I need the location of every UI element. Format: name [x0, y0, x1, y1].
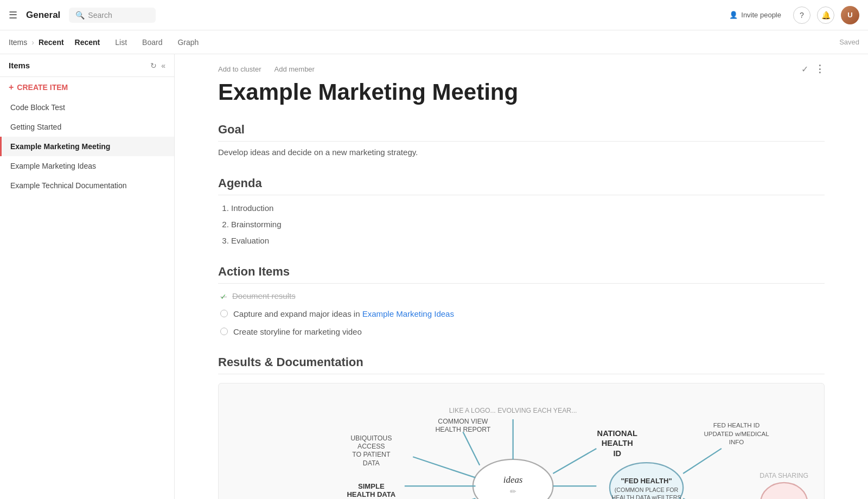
goal-heading: Goal [218, 123, 825, 142]
sidebar-item-label: Example Marketing Meeting [10, 142, 110, 151]
check-done-icon: ✓ [220, 291, 227, 303]
svg-text:UPDATED w/MEDICAL: UPDATED w/MEDICAL [704, 431, 770, 437]
tab-recent[interactable]: Recent [68, 35, 107, 50]
top-nav-left: ☰ General 🔍 Search [9, 8, 156, 23]
bell-icon: 🔔 [821, 11, 831, 20]
breadcrumb: Items › Recent Recent List Board Graph [9, 35, 205, 50]
action-items-section: Action Items ✓ Document results Capture … [218, 265, 825, 338]
content-top-right: ✓ ⋮ [801, 63, 825, 75]
svg-text:"FED HEALTH": "FED HEALTH" [621, 477, 672, 485]
svg-line-20 [553, 449, 596, 474]
svg-text:SIMPLE: SIMPLE [358, 482, 385, 490]
svg-text:HEALTH DATA: HEALTH DATA [347, 490, 395, 498]
svg-text:ideas: ideas [503, 475, 523, 485]
content-top-left: Add to cluster Add member [218, 65, 315, 73]
agenda-section: Agenda Introduction Brainstorming Evalua… [218, 176, 825, 247]
hamburger-icon[interactable]: ☰ [9, 9, 17, 21]
svg-text:HEALTH REPORT: HEALTH REPORT [435, 426, 490, 433]
top-nav-right: 👤 Invite people ? 🔔 U [724, 6, 859, 24]
goal-text: Develop ideas and decide on a new market… [218, 146, 825, 159]
help-button[interactable]: ? [793, 7, 810, 24]
svg-text:FED HEALTH ID: FED HEALTH ID [713, 423, 760, 429]
svg-line-3 [413, 457, 475, 478]
svg-text:COMMON VIEW: COMMON VIEW [438, 418, 488, 425]
search-bar[interactable]: 🔍 Search [69, 8, 156, 23]
results-heading: Results & Documentation [218, 355, 825, 374]
agenda-list: Introduction Brainstorming Evaluation [231, 202, 825, 247]
example-marketing-ideas-link[interactable]: Example Marketing Ideas [362, 309, 454, 318]
breadcrumb-separator: › [31, 38, 34, 47]
sidebar-item-example-marketing-ideas[interactable]: Example Marketing Ideas [0, 156, 174, 176]
top-nav: ☰ General 🔍 Search 👤 Invite people ? 🔔 U [0, 0, 868, 30]
svg-point-42 [761, 483, 807, 499]
tab-graph[interactable]: Graph [171, 35, 205, 50]
svg-text:NATIONAL: NATIONAL [597, 429, 637, 438]
invite-people-icon: 👤 [729, 11, 738, 19]
tab-board[interactable]: Board [136, 35, 169, 50]
invite-people-label: Invite people [741, 11, 781, 19]
content-area: Add to cluster Add member ✓ ⋮ Example Ma… [175, 54, 868, 499]
agenda-heading: Agenda [218, 176, 825, 195]
goal-section: Goal Develop ideas and decide on a new m… [218, 123, 825, 159]
breadcrumb-root[interactable]: Items [9, 38, 27, 47]
action-item-label: Create storyline for marketing video [233, 326, 362, 338]
svg-line-30 [683, 449, 722, 474]
svg-text:HEALTH DATA w/FILTERS: HEALTH DATA w/FILTERS [611, 494, 681, 499]
agenda-item-1: Introduction [231, 202, 825, 215]
sidebar: Items ↻ « + CREATE ITEM Code Block Test … [0, 54, 175, 499]
action-item-label: Document results [232, 290, 296, 303]
sidebar-item-example-technical-documentation[interactable]: Example Technical Documentation [0, 176, 174, 195]
breadcrumb-active-tab: Recent [39, 38, 64, 47]
more-options-icon[interactable]: ⋮ [815, 63, 825, 75]
create-item-label: CREATE ITEM [17, 83, 68, 92]
svg-text:INFO: INFO [729, 439, 744, 446]
sidebar-item-label: Example Marketing Ideas [10, 162, 96, 170]
sidebar-item-label: Getting Started [10, 123, 61, 131]
refresh-icon[interactable]: ↻ [150, 61, 157, 70]
nav-tabs: Recent List Board Graph [68, 35, 206, 50]
svg-text:UBIQUITOUS: UBIQUITOUS [350, 434, 392, 442]
action-items-list: ✓ Document results Capture and expand ma… [220, 290, 825, 338]
saved-status: Saved [839, 38, 859, 46]
svg-text:HEALTH: HEALTH [602, 439, 633, 448]
search-icon: 🔍 [75, 11, 85, 20]
invite-people-button[interactable]: 👤 Invite people [724, 8, 787, 22]
checkbox-empty-icon[interactable] [220, 310, 228, 317]
svg-text:✏: ✏ [510, 488, 516, 496]
sidebar-item-label: Example Technical Documentation [10, 181, 127, 190]
action-item-label: Capture and expand major ideas in Exampl… [233, 308, 454, 321]
create-item-button[interactable]: + CREATE ITEM [0, 77, 174, 98]
add-to-cluster-button[interactable]: Add to cluster [218, 65, 261, 73]
check-icon[interactable]: ✓ [801, 64, 808, 74]
action-item-capture-ideas: Capture and expand major ideas in Exampl… [220, 308, 825, 321]
svg-text:ID: ID [613, 449, 621, 458]
mind-map-sketch: ideas ✏ UBIQUITOUS ACCESS TO PATIENT DAT… [218, 383, 825, 499]
second-nav: Items › Recent Recent List Board Graph S… [0, 30, 868, 54]
search-label: Search [88, 11, 112, 20]
sidebar-item-getting-started[interactable]: Getting Started [0, 117, 174, 137]
notification-button[interactable]: 🔔 [817, 7, 834, 24]
avatar[interactable]: U [841, 6, 859, 24]
action-item-create-storyline: Create storyline for marketing video [220, 326, 825, 338]
sidebar-item-code-block-test[interactable]: Code Block Test [0, 98, 174, 117]
add-member-button[interactable]: Add member [275, 65, 315, 73]
svg-text:DATA: DATA [363, 459, 380, 467]
tab-list[interactable]: List [108, 35, 133, 50]
sidebar-icons: ↻ « [150, 61, 165, 70]
plus-icon: + [9, 82, 14, 92]
avatar-initials: U [847, 11, 852, 19]
checkbox-empty-icon[interactable] [220, 328, 228, 335]
svg-text:DATA SHARING: DATA SHARING [760, 472, 808, 479]
svg-text:TO PATIENT: TO PATIENT [352, 451, 391, 459]
svg-text:(COMMON PLACE FOR: (COMMON PLACE FOR [615, 487, 679, 493]
sidebar-title: Items [9, 61, 30, 70]
app-title: General [26, 10, 60, 21]
agenda-item-3: Evaluation [231, 234, 825, 247]
action-items-heading: Action Items [218, 265, 825, 284]
sidebar-item-example-marketing-meeting[interactable]: Example Marketing Meeting [0, 137, 174, 156]
sidebar-header: Items ↻ « [0, 54, 174, 77]
action-item-document-results[interactable]: ✓ Document results [220, 290, 825, 303]
main-layout: Items ↻ « + CREATE ITEM Code Block Test … [0, 54, 868, 499]
document-title: Example Marketing Meeting [218, 79, 825, 105]
collapse-icon[interactable]: « [161, 61, 165, 70]
